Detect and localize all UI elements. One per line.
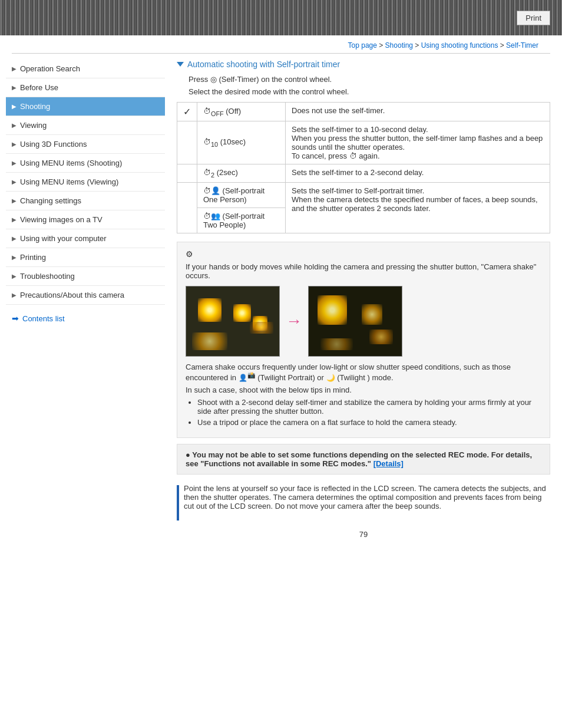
table-row: ⏱👤 (Self-portraitOne Person) Sets the se…	[177, 182, 550, 207]
sidebar-item-label: Using 3D Functions	[20, 140, 87, 149]
arrow-icon: ▶	[12, 141, 16, 147]
sidebar-item-shooting[interactable]: ▶ Shooting	[6, 97, 165, 116]
arrow-icon: ▶	[12, 216, 16, 223]
sidebar-item-viewing[interactable]: ▶ Viewing	[6, 116, 165, 135]
sidebar-item-troubleshooting[interactable]: ▶ Troubleshooting	[6, 267, 165, 286]
mode-cell: ⏱👤 (Self-portraitOne Person)	[197, 182, 286, 207]
table-row: ✓ ⏱OFF (Off) Does not use the self-timer…	[177, 103, 550, 121]
section-header: Automatic shooting with Self-portrait ti…	[177, 60, 550, 69]
header-bar: Print	[0, 0, 562, 35]
camera-image-after	[308, 286, 402, 357]
table-row: ⏱10 (10sec) Sets the self-timer to a 10-…	[177, 121, 550, 164]
icon-cell	[177, 182, 197, 233]
details-link[interactable]: [Details]	[373, 459, 404, 468]
sidebar-item-changing-settings[interactable]: ▶ Changing settings	[6, 192, 165, 210]
contents-list-link[interactable]: Contents list	[22, 314, 65, 323]
sidebar-item-label: Troubleshooting	[20, 272, 75, 281]
breadcrumb-top[interactable]: Top page	[348, 41, 377, 50]
images-row: →	[186, 286, 541, 357]
breadcrumb-shooting[interactable]: Shooting	[385, 41, 413, 50]
sidebar-item-precautions[interactable]: ▶ Precautions/About this camera	[6, 286, 165, 305]
sidebar: ▶ Operation Search ▶ Before Use ▶ Shooti…	[0, 60, 171, 551]
portrait-icon: 👤	[239, 374, 247, 382]
sidebar-item-operation-search[interactable]: ▶ Operation Search	[6, 60, 165, 78]
timer-table: ✓ ⏱OFF (Off) Does not use the self-timer…	[177, 102, 550, 233]
sidebar-item-label: Precautions/About this camera	[20, 291, 124, 299]
list-item: Shoot with a 2-second delay self-timer a…	[197, 398, 541, 416]
sidebar-item-3d-functions[interactable]: ▶ Using 3D Functions	[6, 135, 165, 154]
section-title: Automatic shooting with Self-portrait ti…	[177, 60, 550, 69]
arrow-icon: ▶	[12, 197, 16, 204]
tip-title: ⚙	[186, 249, 541, 259]
mode-cell: ⏱10 (10sec)	[197, 121, 286, 164]
blue-bar	[177, 485, 179, 521]
sidebar-item-label: Before Use	[20, 83, 58, 92]
checkmark-cell: ✓	[177, 103, 197, 121]
page-number: 79	[177, 530, 550, 539]
arrow-icon: ▶	[12, 84, 16, 91]
contents-list[interactable]: ➡ Contents list	[6, 311, 165, 326]
triangle-icon	[177, 62, 184, 67]
sidebar-item-label: Changing settings	[20, 196, 81, 205]
content-area: Automatic shooting with Self-portrait ti…	[171, 60, 562, 551]
arrow-icon: ▶	[12, 254, 16, 261]
light-1	[198, 298, 222, 322]
breadcrumb-using-shooting[interactable]: Using shooting functions	[421, 41, 498, 50]
sidebar-item-label: Operation Search	[20, 64, 80, 73]
sidebar-item-using-computer[interactable]: ▶ Using with your computer	[6, 229, 165, 248]
main-layout: ▶ Operation Search ▶ Before Use ▶ Shooti…	[0, 60, 562, 551]
sidebar-item-viewing-tv[interactable]: ▶ Viewing images on a TV	[6, 210, 165, 229]
mode-icon: ⏱	[203, 107, 211, 116]
arrow-icon: ▶	[12, 122, 16, 129]
arrow-icon: ▶	[12, 103, 16, 110]
mode-icon: ⏱👥	[203, 212, 220, 220]
arrow-right-icon: ➡	[12, 314, 19, 323]
description-cell: Sets the self-timer to Self-portrait tim…	[286, 182, 550, 233]
sidebar-item-menu-shooting[interactable]: ▶ Using MENU items (Shooting)	[6, 154, 165, 173]
sidebar-item-label: Using MENU items (Viewing)	[20, 177, 118, 186]
camera-image-before	[186, 286, 280, 357]
tip-text: If your hands or body moves while holdin…	[186, 262, 541, 280]
mode-icon: ⏱	[203, 137, 211, 146]
description-cell: Does not use the self-timer.	[286, 103, 550, 121]
mode-cell: ⏱2 (2sec)	[197, 164, 286, 183]
mode-cell: ⏱👥 (Self-portraitTwo People)	[197, 207, 286, 233]
light-2	[233, 304, 251, 322]
arrow-between-icon: →	[286, 312, 302, 331]
blue-section-text: Point the lens at yourself so your face …	[184, 484, 550, 510]
icon-cell	[177, 121, 197, 164]
breadcrumb: Top page > Shooting > Using shooting fun…	[12, 35, 550, 54]
note-text: You may not be able to set some function…	[186, 450, 532, 468]
sidebar-item-label: Using with your computer	[20, 234, 107, 243]
section-title-text: Automatic shooting with Self-portrait ti…	[187, 60, 340, 69]
mode-cell: ⏱OFF (Off)	[197, 103, 286, 121]
twilight-icon: 🌙	[326, 374, 335, 382]
arrow-icon: ▶	[12, 65, 16, 72]
arrow-icon: ▶	[12, 292, 16, 298]
sidebar-item-label: Viewing	[20, 121, 47, 130]
arrow-icon: ▶	[12, 235, 16, 242]
instruction-2: Select the desired mode with the control…	[177, 87, 550, 96]
instruction-1: Press ◎ (Self-Timer) on the control whee…	[177, 75, 550, 84]
arrow-icon: ▶	[12, 179, 16, 185]
mode-icon: ⏱👤	[203, 186, 220, 195]
list-item: Use a tripod or place the camera on a fl…	[197, 418, 541, 427]
bullet-list: Shoot with a 2-second delay self-timer a…	[186, 398, 541, 427]
note-bullet: ●	[186, 450, 192, 459]
print-button[interactable]: Print	[517, 11, 550, 25]
sidebar-item-label: Viewing images on a TV	[20, 215, 103, 224]
shake-note-1: Camera shake occurs frequently under low…	[186, 363, 541, 382]
icon-cell	[177, 164, 197, 183]
mode-icon: ⏱	[203, 168, 211, 177]
arrow-icon: ▶	[12, 273, 16, 279]
description-cell: Sets the self-timer to a 2-second delay.	[286, 164, 550, 183]
breadcrumb-self-timer[interactable]: Self-Timer	[506, 41, 538, 50]
sidebar-item-label: Printing	[20, 253, 46, 262]
shake-note-2: In such a case, shoot with the below tip…	[186, 386, 541, 394]
sidebar-item-menu-viewing[interactable]: ▶ Using MENU items (Viewing)	[6, 173, 165, 192]
sidebar-item-label: Shooting	[20, 102, 50, 111]
sidebar-item-before-use[interactable]: ▶ Before Use	[6, 78, 165, 97]
description-cell: Sets the self-timer to a 10-second delay…	[286, 121, 550, 164]
sidebar-item-printing[interactable]: ▶ Printing	[6, 248, 165, 267]
tip-box: ⚙ If your hands or body moves while hold…	[177, 242, 550, 438]
